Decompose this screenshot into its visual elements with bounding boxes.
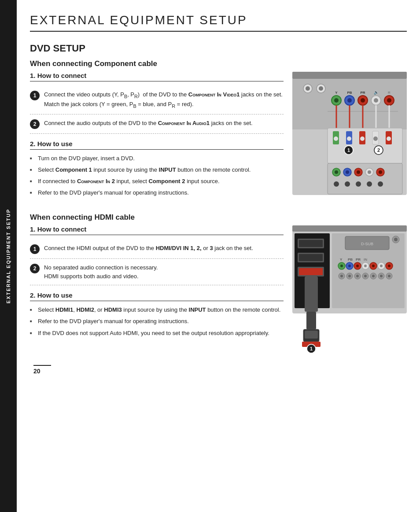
svg-point-72 bbox=[394, 238, 398, 241]
svg-point-100 bbox=[372, 275, 375, 277]
svg-text:IN: IN bbox=[364, 258, 367, 262]
svg-rect-1 bbox=[292, 72, 407, 79]
svg-point-104 bbox=[388, 275, 391, 277]
component-section: When connecting Component cable 1. How t… bbox=[30, 59, 407, 200]
svg-point-8 bbox=[334, 98, 339, 103]
hdmi-left-col: 1. How to connect 1 Connect the HDMI out… bbox=[30, 225, 284, 355]
svg-point-90 bbox=[388, 265, 391, 267]
component-bullet-2: Select Component 1 input source by using… bbox=[30, 166, 284, 174]
step-1-text: Connect the video outputs (Y, PB, PR) of… bbox=[44, 90, 283, 110]
svg-rect-43 bbox=[328, 163, 402, 194]
component-diagram: Y PB PR 🔊 R bbox=[292, 72, 407, 200]
svg-rect-60 bbox=[292, 225, 407, 232]
hdmi-step-1-circle: 1 bbox=[30, 244, 40, 254]
component-step-1: 1 Connect the video outputs (Y, PB, PR) … bbox=[30, 86, 284, 114]
svg-text:Y: Y bbox=[340, 258, 343, 262]
svg-point-88 bbox=[380, 265, 383, 267]
hdmi-bullet-1: Select HDMI1, HDMI2, or HDMI3 input sour… bbox=[30, 306, 284, 314]
page-number: 20 bbox=[33, 365, 51, 375]
svg-point-51 bbox=[368, 170, 371, 174]
hdmi-bullet-2: Refer to the DVD player's manual for ope… bbox=[30, 317, 284, 326]
svg-point-16 bbox=[387, 98, 391, 103]
svg-point-56 bbox=[356, 181, 361, 187]
svg-point-34 bbox=[360, 136, 365, 141]
svg-point-14 bbox=[374, 98, 378, 103]
svg-text:Y: Y bbox=[335, 91, 338, 95]
component-left-col: 1. How to connect 1 Connect the video ou… bbox=[30, 72, 284, 200]
hdmi-step-1: 1 Connect the HDMI output of the DVD to … bbox=[30, 239, 284, 259]
dvd-setup-title: DVD SETUP bbox=[30, 43, 407, 54]
component-section-title: When connecting Component cable bbox=[30, 59, 407, 68]
hdmi-connect-heading: 1. How to connect bbox=[30, 225, 284, 235]
svg-point-53 bbox=[379, 170, 382, 174]
svg-point-86 bbox=[372, 265, 375, 267]
main-content: EXTERNAL EQUIPMENT SETUP DVD SETUP When … bbox=[17, 0, 420, 381]
hdmi-diagram-svg: D-SUB Y PB PR IN bbox=[292, 225, 407, 353]
svg-point-36 bbox=[373, 136, 378, 141]
svg-point-96 bbox=[356, 275, 359, 277]
svg-text:PB: PB bbox=[348, 258, 353, 262]
svg-text:1: 1 bbox=[310, 346, 313, 351]
component-in-video1: Component In Video1 bbox=[188, 91, 240, 98]
component-use-heading: 2. How to use bbox=[30, 140, 284, 150]
component-connect-heading: 1. How to connect bbox=[30, 72, 284, 81]
hdmi-step-2-text: No separated audio connection is necessa… bbox=[44, 263, 158, 280]
svg-rect-65 bbox=[299, 254, 323, 261]
component-use-list: Turn on the DVD player, insert a DVD. Se… bbox=[30, 154, 284, 198]
hdmi-diagram: D-SUB Y PB PR IN bbox=[292, 225, 407, 355]
svg-text:🔊: 🔊 bbox=[374, 90, 379, 95]
svg-point-47 bbox=[346, 170, 349, 174]
svg-point-54 bbox=[334, 181, 339, 187]
svg-rect-106 bbox=[306, 312, 316, 329]
hdmi-two-col: 1. How to connect 1 Connect the HDMI out… bbox=[30, 225, 407, 355]
svg-point-78 bbox=[340, 265, 343, 267]
svg-text:PB: PB bbox=[347, 91, 352, 95]
svg-point-102 bbox=[380, 275, 383, 277]
hdmi-step-1-text: Connect the HDMI output of the DVD to th… bbox=[44, 244, 253, 254]
svg-text:PR: PR bbox=[356, 258, 361, 262]
svg-text:1: 1 bbox=[347, 147, 350, 153]
svg-text:2: 2 bbox=[377, 147, 380, 153]
hdmi-section-title: When connecting HDMI cable bbox=[30, 213, 407, 222]
svg-point-4 bbox=[306, 86, 310, 91]
hdmi-bullet-3: If the DVD does not support Auto HDMI, y… bbox=[30, 329, 284, 338]
svg-point-6 bbox=[319, 86, 323, 91]
svg-point-80 bbox=[348, 265, 351, 267]
svg-point-98 bbox=[364, 275, 367, 277]
hdmi-step-2: 2 No separated audio connection is neces… bbox=[30, 259, 284, 285]
hdmi-use-list: Select HDMI1, HDMI2, or HDMI3 input sour… bbox=[30, 306, 284, 337]
component-two-col: 1. How to connect 1 Connect the video ou… bbox=[30, 72, 407, 200]
page-title: EXTERNAL EQUIPMENT SETUP bbox=[30, 13, 407, 32]
sidebar-label: EXTERNAL EQUIPMENT SETUP bbox=[6, 209, 11, 303]
component-step-2: 2 Connect the audio outputs of the DVD t… bbox=[30, 114, 284, 134]
component-bullet-1: Turn on the DVD player, insert a DVD. bbox=[30, 154, 284, 163]
component-bullet-4: Refer to the DVD player's manual for ope… bbox=[30, 188, 284, 197]
svg-point-32 bbox=[347, 136, 351, 141]
step-2-circle: 2 bbox=[30, 119, 40, 129]
svg-rect-105 bbox=[305, 276, 318, 312]
hdmi-3-label: 3 bbox=[210, 245, 213, 251]
dvd-setup-section: DVD SETUP When connecting Component cabl… bbox=[30, 43, 407, 355]
svg-text:D-SUB: D-SUB bbox=[361, 242, 373, 246]
svg-rect-63 bbox=[299, 240, 323, 247]
step-2-text: Connect the audio outputs of the DVD to … bbox=[44, 119, 253, 129]
svg-point-12 bbox=[361, 98, 365, 103]
svg-point-30 bbox=[334, 136, 338, 141]
hdmi-use-heading: 2. How to use bbox=[30, 291, 284, 301]
svg-point-55 bbox=[345, 181, 350, 187]
svg-point-82 bbox=[356, 265, 359, 267]
component-in-audio1: Component In Audio1 bbox=[158, 120, 210, 126]
hdmi-dvi-label: HDMI/DVI IN 1, 2, bbox=[156, 245, 202, 251]
component-diagram-svg: Y PB PR 🔊 R bbox=[292, 72, 407, 195]
sidebar: EXTERNAL EQUIPMENT SETUP bbox=[0, 0, 17, 512]
component-bullet-3: If connected to Component In 2 input, se… bbox=[30, 177, 284, 186]
hdmi-step-2-circle: 2 bbox=[30, 264, 40, 273]
svg-rect-67 bbox=[299, 268, 323, 275]
svg-point-84 bbox=[364, 265, 367, 267]
step-1-circle: 1 bbox=[30, 91, 40, 100]
svg-point-38 bbox=[387, 136, 391, 141]
svg-rect-108 bbox=[305, 331, 318, 339]
svg-point-92 bbox=[340, 275, 343, 277]
svg-point-57 bbox=[367, 181, 372, 187]
svg-point-94 bbox=[348, 275, 351, 277]
